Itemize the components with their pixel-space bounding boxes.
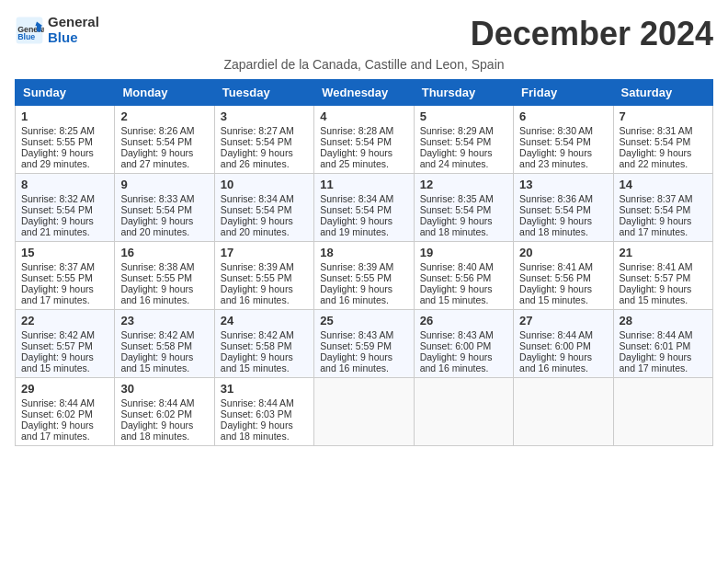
day-number: 2 [120, 109, 208, 123]
calendar-cell: 11Sunrise: 8:34 AMSunset: 5:54 PMDayligh… [314, 174, 414, 242]
daylight-label: Daylight: 9 hours and 16 minutes. [420, 351, 493, 373]
daylight-label: Daylight: 9 hours and 18 minutes. [519, 215, 592, 237]
sunrise-label: Sunrise: 8:33 AM [120, 193, 194, 204]
calendar-cell: 17Sunrise: 8:39 AMSunset: 5:55 PMDayligh… [214, 242, 313, 310]
calendar-cell: 15Sunrise: 8:37 AMSunset: 5:55 PMDayligh… [16, 242, 115, 310]
subtitle: Zapardiel de la Canada, Castille and Leo… [15, 57, 713, 72]
daylight-label: Daylight: 9 hours and 15 minutes. [620, 283, 692, 305]
day-number: 5 [420, 109, 507, 123]
sunrise-label: Sunrise: 8:37 AM [21, 261, 95, 272]
sunset-label: Sunset: 5:54 PM [21, 204, 93, 215]
day-number: 8 [21, 178, 108, 191]
sunset-label: Sunset: 6:02 PM [120, 408, 192, 419]
calendar-cell: 23Sunrise: 8:42 AMSunset: 5:58 PMDayligh… [115, 310, 214, 378]
daylight-label: Daylight: 9 hours and 24 minutes. [420, 147, 493, 169]
sunset-label: Sunset: 5:59 PM [320, 340, 392, 351]
logo: General Blue General Blue [15, 15, 99, 45]
daylight-label: Daylight: 9 hours and 27 minutes. [120, 147, 193, 169]
sunset-label: Sunset: 5:54 PM [519, 136, 591, 147]
daylight-label: Daylight: 9 hours and 25 minutes. [320, 147, 392, 169]
sunset-label: Sunset: 5:54 PM [320, 136, 392, 147]
sunset-label: Sunset: 6:00 PM [420, 340, 492, 351]
daylight-label: Daylight: 9 hours and 15 minutes. [21, 351, 94, 373]
sunset-label: Sunset: 5:57 PM [620, 272, 691, 283]
sunrise-label: Sunrise: 8:40 AM [420, 261, 494, 272]
day-number: 28 [620, 314, 707, 327]
sunrise-label: Sunrise: 8:26 AM [120, 125, 194, 136]
sunset-label: Sunset: 5:55 PM [221, 272, 292, 283]
weekday-header-thursday: Thursday [414, 80, 513, 106]
daylight-label: Daylight: 9 hours and 16 minutes. [120, 283, 193, 305]
sunset-label: Sunset: 5:58 PM [120, 340, 192, 351]
sunrise-label: Sunrise: 8:44 AM [120, 397, 194, 408]
sunrise-label: Sunrise: 8:42 AM [221, 329, 294, 340]
weekday-header-sunday: Sunday [16, 80, 115, 106]
sunrise-label: Sunrise: 8:29 AM [420, 125, 494, 136]
sunrise-label: Sunrise: 8:44 AM [221, 397, 294, 408]
weekday-header-tuesday: Tuesday [214, 80, 313, 106]
sunrise-label: Sunrise: 8:28 AM [320, 125, 393, 136]
svg-text:Blue: Blue [17, 32, 35, 41]
calendar-cell: 5Sunrise: 8:29 AMSunset: 5:54 PMDaylight… [414, 106, 513, 174]
sunset-label: Sunset: 5:54 PM [519, 204, 591, 215]
sunrise-label: Sunrise: 8:34 AM [221, 193, 294, 204]
sunrise-label: Sunrise: 8:41 AM [620, 261, 693, 272]
calendar-cell: 20Sunrise: 8:41 AMSunset: 5:56 PMDayligh… [514, 242, 613, 310]
sunrise-label: Sunrise: 8:36 AM [519, 193, 593, 204]
day-number: 31 [221, 382, 308, 396]
calendar-cell: 9Sunrise: 8:33 AMSunset: 5:54 PMDaylight… [115, 174, 214, 242]
day-number: 3 [221, 109, 308, 123]
day-number: 6 [519, 109, 607, 123]
calendar-cell: 21Sunrise: 8:41 AMSunset: 5:57 PMDayligh… [613, 242, 712, 310]
sunrise-label: Sunrise: 8:38 AM [120, 261, 194, 272]
calendar-cell: 22Sunrise: 8:42 AMSunset: 5:57 PMDayligh… [16, 310, 115, 378]
weekday-header-wednesday: Wednesday [314, 80, 414, 106]
calendar-cell: 27Sunrise: 8:44 AMSunset: 6:00 PMDayligh… [514, 310, 613, 378]
sunrise-label: Sunrise: 8:39 AM [320, 261, 393, 272]
day-number: 23 [120, 314, 208, 327]
sunrise-label: Sunrise: 8:44 AM [519, 329, 593, 340]
sunrise-label: Sunrise: 8:37 AM [620, 193, 693, 204]
daylight-label: Daylight: 9 hours and 21 minutes. [21, 215, 94, 237]
day-number: 13 [519, 178, 607, 191]
daylight-label: Daylight: 9 hours and 17 minutes. [620, 215, 692, 237]
sunrise-label: Sunrise: 8:44 AM [620, 329, 693, 340]
day-number: 25 [320, 314, 407, 327]
day-number: 18 [320, 246, 407, 259]
sunrise-label: Sunrise: 8:44 AM [21, 397, 95, 408]
calendar-cell: 12Sunrise: 8:35 AMSunset: 5:54 PMDayligh… [414, 174, 513, 242]
sunset-label: Sunset: 5:54 PM [120, 204, 192, 215]
sunset-label: Sunset: 6:01 PM [620, 340, 691, 351]
calendar-cell: 2Sunrise: 8:26 AMSunset: 5:54 PMDaylight… [115, 106, 214, 174]
day-number: 11 [320, 178, 407, 191]
day-number: 24 [221, 314, 308, 327]
sunset-label: Sunset: 5:54 PM [221, 136, 292, 147]
day-number: 9 [120, 178, 208, 191]
sunrise-label: Sunrise: 8:43 AM [320, 329, 393, 340]
daylight-label: Daylight: 9 hours and 23 minutes. [519, 147, 592, 169]
calendar-cell: 10Sunrise: 8:34 AMSunset: 5:54 PMDayligh… [214, 174, 313, 242]
day-number: 19 [420, 246, 507, 259]
day-number: 14 [620, 178, 707, 191]
calendar-cell [414, 378, 513, 446]
sunset-label: Sunset: 5:54 PM [420, 136, 492, 147]
sunrise-label: Sunrise: 8:27 AM [221, 125, 294, 136]
day-number: 21 [620, 246, 707, 259]
sunrise-label: Sunrise: 8:25 AM [21, 125, 95, 136]
day-number: 26 [420, 314, 507, 327]
sunset-label: Sunset: 5:54 PM [420, 204, 492, 215]
weekday-header-saturday: Saturday [613, 80, 712, 106]
calendar-cell: 1Sunrise: 8:25 AMSunset: 5:55 PMDaylight… [16, 106, 115, 174]
calendar-cell [613, 378, 712, 446]
day-number: 7 [620, 109, 707, 123]
daylight-label: Daylight: 9 hours and 18 minutes. [221, 419, 293, 442]
calendar-cell: 7Sunrise: 8:31 AMSunset: 5:54 PMDaylight… [613, 106, 712, 174]
sunset-label: Sunset: 5:55 PM [320, 272, 392, 283]
calendar-cell: 8Sunrise: 8:32 AMSunset: 5:54 PMDaylight… [16, 174, 115, 242]
daylight-label: Daylight: 9 hours and 16 minutes. [320, 351, 392, 373]
daylight-label: Daylight: 9 hours and 22 minutes. [620, 147, 692, 169]
sunset-label: Sunset: 6:00 PM [519, 340, 591, 351]
daylight-label: Daylight: 9 hours and 15 minutes. [420, 283, 493, 305]
sunrise-label: Sunrise: 8:42 AM [120, 329, 194, 340]
logo-icon: General Blue [15, 16, 44, 45]
